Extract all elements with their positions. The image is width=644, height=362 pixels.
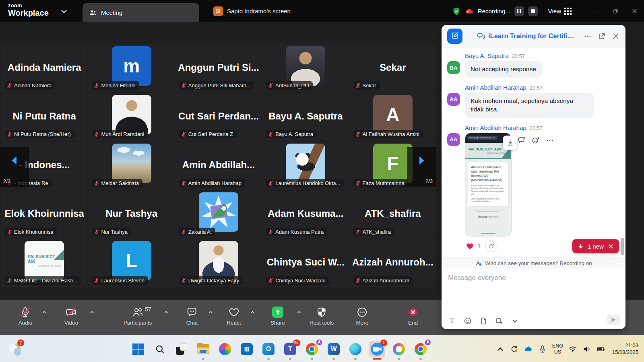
reply-in-thread-button[interactable]: [517, 136, 526, 145]
muted-mic-icon: [93, 82, 99, 88]
composer-chevron-button[interactable]: [511, 317, 519, 325]
chat-close-button[interactable]: [612, 32, 620, 40]
taskbar-store-icon[interactable]: ⊞: [239, 341, 255, 357]
view-button[interactable]: View: [548, 8, 572, 15]
emoji-button[interactable]: [464, 317, 472, 325]
sync-icon[interactable]: [510, 345, 519, 354]
video-tile[interactable]: Cut Sari Perdan...Cut Sari Perdana Z: [175, 93, 262, 141]
participant-name-text: Adinda Namiera: [14, 82, 52, 88]
muted-mic-icon: [181, 82, 187, 88]
clock[interactable]: 21:03 15/08/2025: [612, 342, 638, 356]
taskbar-teams-icon[interactable]: T9+: [282, 341, 298, 357]
video-tile[interactable]: Amin Abdillah...Amin Abdillah Harahap: [175, 142, 262, 189]
video-tile[interactable]: Azizah Annuroh...Azizah Annurohmah: [350, 239, 436, 287]
chevron-up-icon[interactable]: [163, 309, 169, 315]
tab-meeting[interactable]: Meeting: [83, 3, 199, 22]
battery-icon[interactable]: [597, 345, 605, 354]
toolbar-end-button[interactable]: End: [407, 300, 419, 335]
video-tile[interactable]: Dwigita Octasya Fajry: [175, 239, 262, 287]
pause-recording-button[interactable]: [514, 6, 524, 16]
taskbar-paint-icon[interactable]: [391, 341, 407, 357]
toolbar-chat-button[interactable]: Chat: [186, 300, 198, 335]
video-tile[interactable]: Bayu A. SaputraBayu A. Saputra: [262, 93, 349, 141]
video-tile[interactable]: Ni Putu RatnaNi Putu Ratna (She/Her): [1, 93, 87, 141]
toolbar-video-button[interactable]: Video: [64, 300, 78, 335]
chevron-up-icon[interactable]: [250, 309, 255, 315]
video-tile[interactable]: AAl Fatihah Wustha Amini: [350, 93, 436, 141]
wifi-icon[interactable]: [568, 345, 577, 354]
format-text-button[interactable]: T: [448, 317, 456, 325]
screenshot-button[interactable]: [495, 317, 503, 325]
participant-display-name: Adam Kusuma...: [262, 208, 349, 219]
chat-scrollbar[interactable]: [621, 238, 624, 255]
video-tile[interactable]: LLaurensius Steven: [88, 239, 174, 287]
video-tile[interactable]: PAI SUBJECT A60MATEMATIKA AKTUARIAMSIG L…: [1, 239, 87, 287]
video-tile[interactable]: SekarSekar: [350, 44, 436, 92]
chat-privacy-note[interactable]: Who can see your messages? Recording on: [442, 257, 625, 269]
toolbar-react-button[interactable]: React: [227, 300, 241, 335]
download-image-button[interactable]: [503, 136, 517, 150]
volume-icon[interactable]: [582, 345, 591, 354]
video-tile[interactable]: Meidar Sakinata: [88, 142, 174, 189]
video-tile[interactable]: Adinda NamieraAdinda Namiera: [1, 44, 87, 92]
taskbar-explorer-icon[interactable]: [195, 341, 211, 357]
video-tile[interactable]: Chintya Suci W...Chintya Suci Wardani: [262, 239, 349, 287]
taskbar-start-icon[interactable]: [130, 341, 146, 357]
video-tile[interactable]: Muh Ardi Ramdani: [88, 93, 174, 141]
tab-screen-share[interactable]: SI Sapto Indratno's screen: [213, 0, 291, 22]
chevron-up-icon[interactable]: [89, 309, 95, 315]
taskbar-copilot-icon[interactable]: [217, 341, 233, 357]
taskbar-zoom-icon[interactable]: 1: [369, 341, 385, 357]
add-reaction-button[interactable]: [531, 136, 540, 145]
toolbar-more-button[interactable]: More: [356, 300, 369, 335]
toolbar-host-tools-button[interactable]: Host tools: [310, 300, 334, 335]
video-tile[interactable]: ArifSunan_PLI: [262, 44, 349, 92]
message-more-button[interactable]: [545, 136, 554, 145]
video-tile[interactable]: mMerlina Fitriani: [88, 44, 174, 92]
video-tile[interactable]: Zakaria A.: [175, 191, 262, 239]
close-button[interactable]: [625, 0, 644, 22]
chat-more-button[interactable]: [584, 32, 592, 40]
taskbar-search-icon[interactable]: [152, 341, 168, 357]
video-tile[interactable]: Elok KhoirunnisaElok Khoirunnisa: [1, 191, 87, 239]
new-message-button[interactable]: 1 new: [572, 239, 619, 253]
chat-channel-selector[interactable]: iLearn Training for Certificat...: [477, 32, 578, 40]
chat-popout-button[interactable]: [598, 32, 606, 40]
video-tile[interactable]: Anggun Putri Si...Anggun Putri Siti Maha…: [175, 44, 262, 92]
taskbar-word-icon[interactable]: W: [326, 341, 342, 357]
taskbar-taskview-icon[interactable]: [173, 341, 190, 357]
message-input[interactable]: [442, 269, 625, 306]
taskbar-edge-icon[interactable]: [347, 341, 363, 357]
restore-button[interactable]: [605, 0, 625, 22]
chevron-down-icon[interactable]: [60, 7, 68, 16]
video-tile[interactable]: Adam Kusuma...Adam Kusuma Putra: [262, 191, 349, 239]
toolbar-share-button[interactable]: Share: [270, 300, 285, 335]
chevron-up-icon[interactable]: [296, 309, 302, 315]
hidden-icons-chevron[interactable]: [496, 345, 505, 354]
taskbar-outlook-icon[interactable]: O: [260, 341, 277, 357]
security-shield-icon[interactable]: [452, 7, 461, 16]
new-chat-button[interactable]: [447, 29, 462, 44]
minimize-button[interactable]: [586, 0, 605, 22]
heart-reaction-icon[interactable]: [466, 242, 474, 250]
taskbar-chrome-icon[interactable]: A: [304, 341, 320, 357]
next-page-button[interactable]: 2/3: [407, 147, 436, 187]
add-reaction-button[interactable]: [485, 240, 497, 252]
video-tile[interactable]: Nur TashyaNur Tashya: [88, 191, 174, 239]
chevron-up-icon[interactable]: [208, 309, 214, 315]
send-button[interactable]: [607, 315, 620, 325]
toolbar-audio-button[interactable]: Audio: [19, 300, 33, 335]
onedrive-icon[interactable]: [524, 345, 533, 354]
video-tile[interactable]: Laurensius Handoko Okta...: [262, 142, 349, 189]
prev-page-button[interactable]: 2/3: [0, 147, 29, 187]
stop-recording-button[interactable]: [528, 6, 538, 16]
share-screen-icon: [272, 306, 283, 318]
language-switcher[interactable]: ENG US: [552, 343, 563, 355]
video-tile[interactable]: ATK_shafiraATK_shafira: [350, 191, 436, 239]
taskbar-chrome-icon[interactable]: A: [413, 341, 429, 357]
microphone-icon[interactable]: [538, 345, 547, 354]
chevron-up-icon[interactable]: [41, 309, 47, 315]
attach-file-button[interactable]: [479, 317, 487, 325]
taskbar-weather-widget[interactable]: 7: [7, 341, 25, 357]
toolbar-participants-button[interactable]: 57Participants: [124, 300, 152, 335]
